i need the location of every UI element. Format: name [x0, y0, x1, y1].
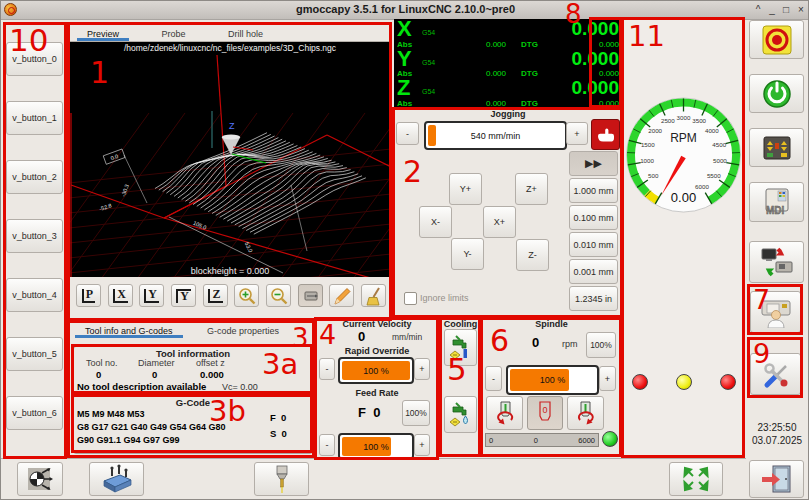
block-height-button[interactable] — [89, 462, 144, 496]
tool-measure-button[interactable] — [254, 462, 309, 496]
jog-speed-minus-button[interactable]: - — [396, 122, 419, 145]
jog-increment-continuous[interactable]: ▶▶ — [569, 151, 618, 176]
dro-row-y[interactable]: Y G54 0.000 Abs 0.000 DTG 0.000 — [394, 49, 621, 79]
spindle-ccw-button[interactable] — [486, 396, 523, 430]
spindle-stop-button[interactable]: 0 — [527, 396, 563, 430]
exit-door-icon — [760, 464, 794, 494]
velocity-panel: Current Velocity 0 mm/min Rapid Override… — [316, 318, 438, 459]
jog-increment-001mm[interactable]: 0.010 mm — [569, 232, 618, 257]
jog-z-minus-button[interactable]: Z- — [516, 239, 549, 271]
sidebar-v-button-3[interactable]: v_button_3 — [6, 219, 63, 253]
ignore-limits-checkbox[interactable] — [404, 292, 417, 305]
spindle-override-value: 100 % — [508, 367, 597, 393]
sidebar-v-button-0[interactable]: v_button_0 — [6, 42, 63, 76]
hand-icon — [596, 127, 616, 143]
clear-plot-button[interactable] — [361, 284, 386, 307]
jog-increment-inch[interactable]: 1.2345 in — [569, 286, 618, 311]
ignore-limits-label: Ignore limits — [420, 293, 469, 303]
spindle-minus-button[interactable]: - — [485, 366, 502, 391]
diameter-header: Diameter — [138, 358, 175, 368]
tab-probe[interactable]: Probe — [151, 26, 195, 41]
jog-increment-0001mm[interactable]: 0.001 mm — [569, 259, 618, 284]
turtle-jog-button[interactable] — [591, 119, 620, 150]
spindle-plus-button[interactable]: + — [599, 366, 616, 391]
zoom-in-button[interactable] — [234, 284, 259, 307]
toggle-dimensions-button[interactable] — [298, 284, 323, 307]
view-y2-button[interactable]: Y — [171, 284, 196, 307]
estop-button[interactable] — [749, 20, 804, 59]
machine-on-button[interactable] — [749, 74, 804, 113]
axis-letter-z: Z — [397, 75, 410, 101]
feed-minus-button[interactable]: - — [319, 434, 335, 456]
tab-gcode-properties[interactable]: G-code properties — [197, 323, 289, 338]
view-x-button[interactable]: X — [108, 284, 133, 307]
jog-y-minus-button[interactable]: Y- — [451, 238, 484, 270]
gcode-frame: G-Code M5 M9 M48 M53 G8 G17 G21 G40 G49 … — [73, 395, 313, 454]
tab-tool-info[interactable]: Tool info and G-codes — [75, 323, 183, 338]
gauge-rpm-label: RPM — [670, 131, 697, 145]
dro-row-x[interactable]: X G54 0.000 Abs 0.000 DTG 0.000 — [394, 19, 621, 49]
jog-x-minus-button[interactable]: X- — [419, 206, 452, 238]
tab-preview[interactable]: Preview — [77, 26, 129, 41]
shade-button[interactable]: ^ — [751, 4, 765, 15]
homing-button[interactable] — [749, 128, 804, 167]
exit-button[interactable] — [749, 460, 804, 498]
abs-value-y: 0.000 — [454, 69, 506, 78]
gauge-tick-label: 5000 — [713, 157, 727, 164]
preview-tabbar: Preview Probe Drill hole — [69, 23, 391, 42]
settings-button[interactable] — [750, 353, 801, 395]
spindle-reset-button[interactable]: 100% — [586, 332, 616, 358]
spindle-rpm-value: 0 — [532, 335, 539, 350]
jog-speed-plus-button[interactable]: + — [566, 122, 588, 145]
axis-main-value-z: 0.000 — [571, 77, 619, 99]
sidebar-v-button-2[interactable]: v_button_2 — [6, 160, 63, 194]
gauge-tick-label: 3000 — [677, 114, 691, 121]
feed-rate-slider[interactable]: 100 % — [338, 433, 414, 460]
fullscreen-button[interactable] — [669, 462, 723, 496]
jog-increment-1mm[interactable]: 1.000 mm — [569, 178, 618, 203]
view-y-button[interactable]: Y — [139, 284, 164, 307]
edit-gcode-button[interactable] — [329, 284, 354, 307]
dro-row-z[interactable]: Z G54 0.000 Abs 0.000 DTG 0.000 — [394, 78, 621, 108]
velocity-unit: mm/min — [392, 332, 422, 342]
clock-time: 23:25:50 — [749, 422, 805, 433]
user-mode-button[interactable] — [750, 291, 801, 333]
spindle-cw-icon — [572, 400, 600, 426]
axis-z-label: Z — [229, 121, 235, 131]
view-p-button[interactable]: P — [76, 284, 101, 307]
touch-off-button[interactable] — [17, 462, 63, 496]
zoom-out-button[interactable] — [266, 284, 291, 307]
sidebar-v-button-5[interactable]: v_button_5 — [6, 337, 63, 371]
flood-coolant-button[interactable] — [444, 396, 477, 433]
spindle-range-bar: 0 0 6000 — [485, 433, 599, 447]
mode-switch-button[interactable] — [749, 241, 804, 283]
sidebar-v-button-1[interactable]: v_button_1 — [6, 101, 63, 135]
jog-increment-01mm[interactable]: 0.100 mm — [569, 205, 618, 230]
feed-rate-title: Feed Rate — [316, 388, 438, 398]
minimize-button[interactable]: _ — [765, 4, 779, 15]
mdi-button[interactable]: MDI — [749, 182, 804, 222]
sidebar-v-button-6[interactable]: v_button_6 — [6, 396, 63, 430]
feed-reset-button[interactable]: 100% — [402, 400, 430, 426]
jog-speed-slider[interactable]: 540 mm/min — [424, 121, 567, 150]
gremlin-3d-view[interactable]: Z0.0-30.3-52.8105.053.0 blockheight = 0.… — [69, 55, 391, 277]
sidebar-v-button-4[interactable]: v_button_4 — [6, 278, 63, 312]
spindle-cw-button[interactable] — [567, 396, 604, 430]
view-z-button[interactable]: Z — [203, 284, 228, 307]
spindle-override-slider[interactable]: 100 % — [506, 365, 599, 395]
abs-value-x: 0.000 — [454, 40, 506, 49]
jog-y-plus-button[interactable]: Y+ — [449, 173, 482, 205]
tab-drill-hole[interactable]: Drill hole — [218, 26, 273, 41]
gmoccapy-window: gmoccapy 3.5.1 for LinuxCNC 2.10.0~pre0 … — [0, 0, 809, 500]
rapid-override-slider[interactable]: 100 % — [338, 357, 414, 384]
svg-text:MDI: MDI — [766, 205, 785, 216]
offset-z-value: 0.000 — [200, 369, 224, 380]
mist-coolant-button[interactable] — [444, 329, 477, 366]
maximize-button[interactable]: □ — [779, 4, 793, 15]
jog-z-plus-button[interactable]: Z+ — [515, 173, 548, 205]
feed-plus-button[interactable]: + — [414, 434, 430, 456]
jog-x-plus-button[interactable]: X+ — [483, 206, 516, 238]
rapid-minus-button[interactable]: - — [319, 358, 335, 380]
close-button[interactable]: × — [794, 4, 808, 15]
rapid-plus-button[interactable]: + — [414, 358, 430, 380]
